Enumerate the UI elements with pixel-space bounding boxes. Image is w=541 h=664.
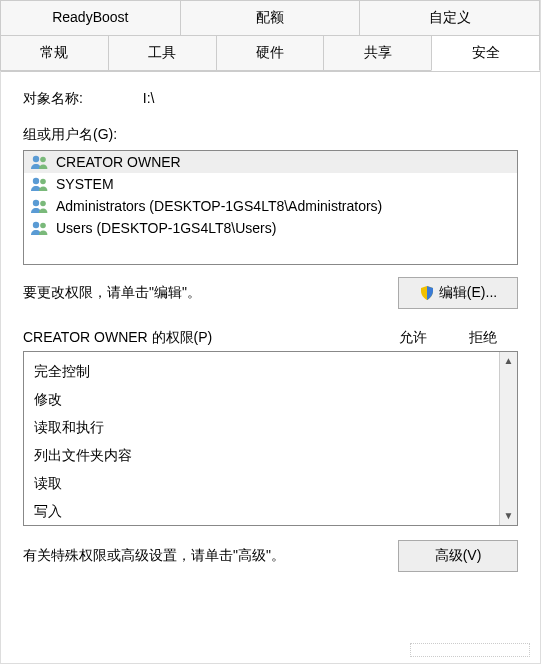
list-item[interactable]: Administrators (DESKTOP-1GS4LT8\Administ… [24, 195, 517, 217]
list-item-label: Users (DESKTOP-1GS4LT8\Users) [56, 220, 276, 236]
allow-column-header: 允许 [378, 329, 448, 347]
advanced-button-label: 高级(V) [435, 547, 482, 565]
tab-row-1: ReadyBoost 配额 自定义 [1, 1, 540, 36]
svg-point-0 [33, 156, 39, 162]
groups-label: 组或用户名(G): [23, 126, 518, 144]
permission-item[interactable]: 完全控制 [34, 358, 507, 386]
scroll-down-arrow-icon[interactable]: ▼ [500, 507, 517, 525]
security-tab-content: 对象名称: I:\ 组或用户名(G): CREATOR OWNER SYSTEM [1, 72, 540, 582]
tab-hardware[interactable]: 硬件 [216, 35, 325, 71]
users-icon [30, 198, 50, 214]
svg-point-1 [40, 157, 46, 163]
edit-hint: 要更改权限，请单击"编辑"。 [23, 284, 398, 302]
tab-tools[interactable]: 工具 [108, 35, 217, 71]
tab-security[interactable]: 安全 [431, 35, 540, 71]
tab-control: ReadyBoost 配额 自定义 常规 工具 硬件 共享 安全 [1, 1, 540, 72]
edit-row: 要更改权限，请单击"编辑"。 编辑(E)... [23, 277, 518, 309]
properties-window: ReadyBoost 配额 自定义 常规 工具 硬件 共享 安全 对象名称: I… [0, 0, 541, 664]
permissions-listbox[interactable]: 完全控制 修改 读取和执行 列出文件夹内容 读取 写入 ▲ ▼ [23, 351, 518, 526]
deny-column-header: 拒绝 [448, 329, 518, 347]
list-item[interactable]: SYSTEM [24, 173, 517, 195]
list-item-label: CREATOR OWNER [56, 154, 181, 170]
footer-placeholder [410, 643, 530, 657]
permissions-title: CREATOR OWNER 的权限(P) [23, 329, 378, 347]
list-item[interactable]: Users (DESKTOP-1GS4LT8\Users) [24, 217, 517, 239]
users-icon [30, 154, 50, 170]
list-item[interactable]: CREATOR OWNER [24, 151, 517, 173]
shield-icon [419, 285, 435, 301]
svg-point-2 [33, 178, 39, 184]
advanced-hint: 有关特殊权限或高级设置，请单击"高级"。 [23, 547, 398, 565]
users-icon [30, 176, 50, 192]
users-icon [30, 220, 50, 236]
scroll-up-arrow-icon[interactable]: ▲ [500, 352, 517, 370]
object-name-value: I:\ [143, 90, 155, 106]
groups-listbox[interactable]: CREATOR OWNER SYSTEM Administrators (DES… [23, 150, 518, 265]
permissions-header: CREATOR OWNER 的权限(P) 允许 拒绝 [23, 329, 518, 347]
svg-point-3 [40, 179, 46, 185]
permission-item[interactable]: 写入 [34, 498, 507, 526]
svg-point-4 [33, 200, 39, 206]
object-name-label: 对象名称: [23, 90, 83, 108]
edit-button[interactable]: 编辑(E)... [398, 277, 518, 309]
tab-readyboost[interactable]: ReadyBoost [0, 0, 181, 36]
tab-row-2: 常规 工具 硬件 共享 安全 [1, 36, 540, 71]
object-name-row: 对象名称: I:\ [23, 90, 518, 108]
tab-general[interactable]: 常规 [0, 35, 109, 71]
edit-button-label: 编辑(E)... [439, 284, 497, 302]
svg-point-5 [40, 201, 46, 207]
permission-item[interactable]: 读取 [34, 470, 507, 498]
scrollbar[interactable]: ▲ ▼ [499, 352, 517, 525]
permission-item[interactable]: 读取和执行 [34, 414, 507, 442]
list-item-label: SYSTEM [56, 176, 114, 192]
advanced-row: 有关特殊权限或高级设置，请单击"高级"。 高级(V) [23, 540, 518, 572]
svg-point-7 [40, 223, 46, 229]
permissions-items: 完全控制 修改 读取和执行 列出文件夹内容 读取 写入 [24, 352, 517, 526]
tab-custom[interactable]: 自定义 [359, 0, 540, 36]
svg-point-6 [33, 222, 39, 228]
permission-item[interactable]: 列出文件夹内容 [34, 442, 507, 470]
list-item-label: Administrators (DESKTOP-1GS4LT8\Administ… [56, 198, 382, 214]
advanced-button[interactable]: 高级(V) [398, 540, 518, 572]
tab-quota[interactable]: 配额 [180, 0, 361, 36]
permission-item[interactable]: 修改 [34, 386, 507, 414]
tab-sharing[interactable]: 共享 [323, 35, 432, 71]
